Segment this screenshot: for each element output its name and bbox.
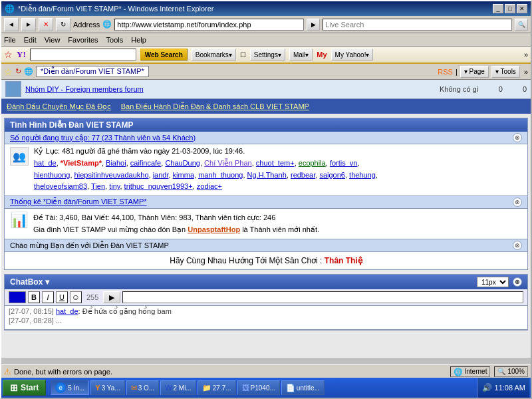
- taskbar-folder-button[interactable]: 📁 27.7...: [198, 380, 236, 395]
- user-manh-thuong[interactable]: manh_thuong: [198, 171, 243, 179]
- smiley-button[interactable]: ☺: [70, 291, 82, 303]
- chat-input-area[interactable]: [122, 291, 523, 303]
- taskbar-yahoo-button[interactable]: Y 3 Ya...: [90, 380, 124, 395]
- close-button[interactable]: ✕: [517, 4, 527, 13]
- back-button[interactable]: ◄: [4, 18, 19, 31]
- user-tien[interactable]: Tien: [91, 182, 105, 190]
- user-ecophila[interactable]: ecophila: [299, 159, 326, 167]
- color-picker-button[interactable]: [9, 291, 26, 303]
- user-ng-h-thanh[interactable]: Ng.H.Thanh: [247, 171, 287, 179]
- user-list: hat_de, *VietStamp*, Biahoi, caifincafe,…: [34, 158, 378, 193]
- taskbar-text-button[interactable]: 📄 untitle...: [281, 380, 325, 395]
- stats-active: Thành viên tích cực: 246: [196, 213, 276, 221]
- user-redbear[interactable]: redbear: [291, 171, 315, 179]
- user-kimma[interactable]: kimma: [173, 171, 194, 179]
- menu-tools[interactable]: Tools: [106, 36, 124, 44]
- status-bar: ⚠ Done, but with errors on page. 🌐 Inter…: [1, 364, 531, 378]
- mail-button[interactable]: Mail▾: [289, 49, 313, 61]
- chatbox-section: ChatBox ▾ 11px 12px 10px ⊗ B I U ☺ 255: [4, 274, 528, 331]
- go-button[interactable]: ▶: [307, 19, 320, 31]
- internet-icon: 🌐: [454, 366, 463, 377]
- stop-button[interactable]: ✕: [39, 18, 53, 31]
- user-hienthuong[interactable]: hienthuong: [34, 171, 70, 179]
- tools-button[interactable]: ▾ Tools: [491, 66, 520, 78]
- chatbox-title[interactable]: ChatBox ▾: [10, 277, 49, 287]
- sep1: |: [456, 68, 458, 76]
- search-input[interactable]: [323, 19, 512, 31]
- stats-collapse-button[interactable]: ⊗: [513, 198, 522, 207]
- partial-forum-row: Nhóm DIY - Foreign members forum Không c…: [1, 80, 531, 99]
- chatbox-collapse-button[interactable]: ⊗: [513, 277, 522, 287]
- my-yahoo-button[interactable]: My Yahoo!▾: [331, 49, 374, 61]
- taskbar-word-button[interactable]: W 2 Mi...: [160, 380, 196, 395]
- welcome-collapse-button[interactable]: ⊗: [513, 241, 522, 250]
- user-saigon6[interactable]: saigon6: [319, 171, 345, 179]
- chat-time-1: [27-07, 08:15]: [9, 307, 54, 315]
- user-chuot-tem[interactable]: chuot_tem+: [256, 159, 295, 167]
- taskbar-separator: [48, 380, 49, 395]
- stats-text: Đề Tài: 3,460, Bài Viết: 44,100, Thành V…: [33, 211, 319, 236]
- user-thehung[interactable]: thehung: [349, 171, 376, 179]
- taskbar-photo-button[interactable]: 🖼 P1040...: [237, 380, 280, 395]
- chat-text-1: Để hứa cổ gắng hổng bam: [82, 307, 172, 315]
- chat-user-1[interactable]: hat_de: [56, 307, 78, 315]
- bold-button[interactable]: B: [28, 291, 40, 303]
- toolbar-overflow[interactable]: »: [524, 51, 528, 59]
- user-caifincafe[interactable]: caifincafe: [130, 159, 161, 167]
- user-zodiac[interactable]: zodiac+: [197, 182, 222, 190]
- title-bar-icon: 🌐: [5, 4, 15, 13]
- nav-link-mark-read[interactable]: Đánh Dấu Chuyên Mục Đã Đọc: [7, 102, 111, 111]
- forum-row-num: 0: [499, 85, 503, 93]
- user-vietstamp[interactable]: *VietStamp*: [61, 159, 102, 167]
- menu-help[interactable]: Help: [131, 36, 146, 44]
- user-chivienPhan[interactable]: Chí Viễn Phan: [204, 159, 252, 167]
- user-chaudung[interactable]: ChauDung: [165, 159, 200, 167]
- system-tray: 🔊 11:08 AM: [477, 378, 529, 398]
- maximize-button[interactable]: □: [505, 4, 515, 13]
- taskbar-outlook-button[interactable]: ✉ 3 O...: [126, 380, 159, 395]
- yahoo-search-input[interactable]: [30, 49, 136, 61]
- online-count-link[interactable]: Số người đang truy cập: 77 (23 Thành viê…: [10, 134, 196, 142]
- nav-link-admin[interactable]: Ban Điều Hành Diễn Đàn & Danh sách CLB V…: [121, 102, 309, 111]
- second-toolbar: ☆ ↻ 🌐 *Diễn đàn/Forum VIET STAMP* RSS | …: [1, 64, 531, 80]
- stats-section: Tình Hình Diễn Đàn VIET STAMP Số người đ…: [4, 118, 528, 270]
- start-button[interactable]: ⊞ Start: [3, 380, 46, 396]
- user-fortis-vn[interactable]: fortis_vn: [330, 159, 358, 167]
- text-icon: 📄: [286, 384, 295, 392]
- menu-edit[interactable]: Edit: [24, 36, 37, 44]
- newest-member-link[interactable]: UnpasptaftHop: [188, 225, 240, 233]
- user-hiepsitinhveuvadaukho[interactable]: hiepsitinhveuvadaukho: [74, 171, 149, 179]
- search-go-button[interactable]: 🔍: [515, 19, 528, 31]
- menu-favorites[interactable]: Favorites: [68, 36, 98, 44]
- page-button[interactable]: ▾ Page: [460, 66, 489, 78]
- online-collapse-button[interactable]: ⊗: [513, 133, 522, 142]
- user-theloveofsiam83[interactable]: theloveofsiam83: [34, 182, 87, 190]
- user-biahoi[interactable]: Biahoi: [106, 159, 126, 167]
- user-jandr[interactable]: jandr: [153, 171, 169, 179]
- taskbar: ⊞ Start e 5 In... Y 3 Ya... ✉ 3 O... W 2…: [1, 378, 531, 398]
- folder-icon: 📁: [202, 384, 211, 392]
- settings-button[interactable]: Settings▾: [250, 49, 285, 61]
- page-tab[interactable]: *Diễn đàn/Forum VIET STAMP*: [36, 66, 149, 77]
- refresh-button[interactable]: ↻: [56, 18, 70, 31]
- taskbar-ie-button[interactable]: e 5 In...: [51, 380, 89, 395]
- online-row: Số người đang truy cập: 77 (23 Thành viê…: [5, 132, 527, 144]
- address-input[interactable]: [114, 19, 304, 31]
- minimize-button[interactable]: _: [493, 4, 503, 13]
- send-button[interactable]: ▶: [103, 291, 120, 303]
- clock: 11:08 AM: [495, 384, 525, 392]
- windows-logo: ⊞: [10, 382, 18, 393]
- user-hat-de[interactable]: hat_de: [34, 159, 57, 167]
- menu-file[interactable]: File: [4, 36, 16, 44]
- toolbar-overflow2[interactable]: »: [524, 68, 528, 76]
- bookmarks-button[interactable]: Bookmarks▾: [192, 49, 236, 61]
- user-trithuc[interactable]: trithuc_nguyen1993+: [124, 182, 193, 190]
- menu-view[interactable]: View: [45, 36, 61, 44]
- forward-button[interactable]: ►: [21, 18, 36, 31]
- chatbox-fontsize-select[interactable]: 11px 12px 10px: [477, 277, 509, 287]
- web-search-button[interactable]: Web Search: [140, 49, 188, 61]
- italic-button[interactable]: I: [42, 291, 54, 303]
- underline-button[interactable]: U: [56, 291, 68, 303]
- user-tiny[interactable]: tiny: [109, 182, 120, 190]
- status-message: Done, but with errors on page.: [14, 368, 112, 376]
